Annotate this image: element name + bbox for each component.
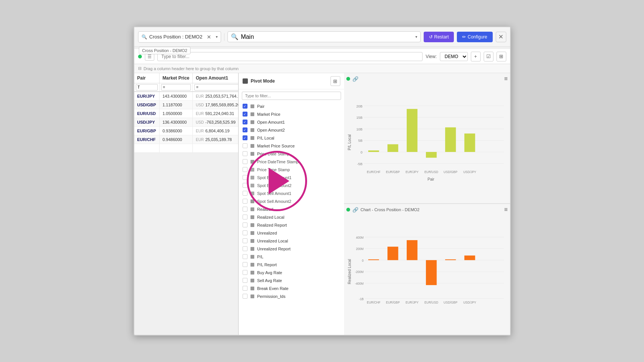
clear-title-button[interactable]: ✕ bbox=[204, 33, 214, 41]
column-item[interactable]: P/L Local bbox=[239, 134, 344, 142]
main-dropdown-button[interactable]: ▾ bbox=[415, 35, 417, 39]
col-pair[interactable]: Pair bbox=[134, 73, 160, 83]
column-item[interactable]: Open Amount2 bbox=[239, 126, 344, 134]
column-checkbox[interactable] bbox=[243, 270, 247, 275]
column-checkbox[interactable] bbox=[243, 127, 247, 132]
add-view-button[interactable]: + bbox=[471, 52, 481, 61]
column-checkbox[interactable] bbox=[243, 278, 247, 283]
right-panel: 🔗 ≡ P/L Local 20B 15B bbox=[344, 73, 510, 335]
pivot-filter-input[interactable] bbox=[242, 92, 341, 100]
header-bar: 🔍 Cross Position : DEMO2 ✕ ▾ 🔍 Main ▾ ↺ … bbox=[134, 27, 510, 47]
view-select[interactable]: DEMO bbox=[440, 52, 468, 61]
pivot-toggle[interactable] bbox=[243, 78, 248, 84]
bottom-chart-link-icon[interactable]: 🔗 bbox=[352, 207, 358, 213]
column-icon bbox=[251, 263, 254, 267]
table-wrapper[interactable]: Pair Market Price Open Amount1 Open Amou… bbox=[134, 73, 238, 335]
configure-button[interactable]: ✏ Configure bbox=[457, 32, 492, 42]
bottom-chart-section: 🔗 Chart - Cross Position - DEMO2 ≡ Reali… bbox=[344, 204, 510, 335]
svg-rect-39 bbox=[387, 247, 398, 260]
top-chart-link-icon[interactable]: 🔗 bbox=[352, 76, 358, 82]
title-search-box[interactable]: 🔍 Cross Position : DEMO2 ✕ ▾ bbox=[138, 31, 221, 43]
column-checkbox[interactable] bbox=[243, 254, 247, 259]
dropdown-arrow-button[interactable]: ▾ bbox=[216, 35, 218, 39]
column-checkbox[interactable] bbox=[243, 120, 247, 124]
column-item[interactable]: Realized Report bbox=[239, 221, 344, 229]
table-row: EUR 1,062,528,939.. bbox=[134, 144, 238, 153]
column-item[interactable]: Market Price Source bbox=[239, 142, 344, 150]
column-checkbox[interactable] bbox=[243, 104, 247, 109]
column-icon bbox=[251, 215, 254, 219]
filter-price[interactable] bbox=[159, 83, 192, 92]
column-name: Break Even Rate bbox=[257, 286, 289, 291]
column-item[interactable]: Buy Avg Rate bbox=[239, 268, 344, 276]
column-item[interactable]: Open Amount1 bbox=[239, 118, 344, 126]
column-item[interactable]: Permission_Ids bbox=[239, 292, 344, 300]
column-checkbox[interactable] bbox=[243, 286, 247, 291]
column-checkbox[interactable] bbox=[243, 159, 247, 164]
cell-market-price: 136.4300000 bbox=[159, 118, 192, 127]
svg-text:EUR/GBP: EUR/GBP bbox=[386, 170, 400, 174]
filter-input[interactable] bbox=[157, 52, 423, 61]
group-header: ⊟ Drag a column header here to group by … bbox=[134, 64, 510, 73]
column-checkbox[interactable] bbox=[243, 143, 247, 148]
table-row: USD/JPY 136.4300000 USD-763,258,525.99 J… bbox=[134, 118, 238, 127]
column-item[interactable]: Sell Avg Rate bbox=[239, 276, 344, 284]
column-checkbox[interactable] bbox=[243, 238, 247, 243]
svg-text:-5B: -5B bbox=[357, 162, 362, 166]
column-checkbox[interactable] bbox=[243, 246, 247, 251]
column-item[interactable]: P/L bbox=[239, 253, 344, 261]
close-window-button[interactable]: ✕ bbox=[496, 32, 506, 42]
column-checkbox[interactable] bbox=[243, 199, 247, 204]
column-checkbox[interactable] bbox=[243, 215, 247, 219]
bottom-chart-header: 🔗 Chart - Cross Position - DEMO2 ≡ bbox=[346, 206, 508, 213]
column-name: Market Price Source bbox=[257, 144, 295, 148]
column-checkbox[interactable] bbox=[243, 294, 247, 299]
column-icon bbox=[251, 120, 254, 124]
pivot-grid-button[interactable]: ⊞ bbox=[330, 76, 340, 86]
column-item[interactable]: Unrealized Report bbox=[239, 245, 344, 253]
column-item[interactable]: Unrealized Local bbox=[239, 237, 344, 245]
main-search-box[interactable]: 🔍 Main ▾ bbox=[227, 31, 420, 42]
svg-text:EUR/CHF: EUR/CHF bbox=[367, 170, 380, 174]
left-panel: Pair Market Price Open Amount1 Open Amou… bbox=[134, 73, 238, 335]
column-item[interactable]: P/L Report bbox=[239, 261, 344, 268]
top-chart-menu-button[interactable]: ≡ bbox=[504, 75, 507, 82]
column-checkbox[interactable] bbox=[243, 230, 247, 235]
grid-view-button[interactable]: ⊞ bbox=[496, 52, 506, 61]
cell-market-price bbox=[159, 144, 192, 153]
col-open-amount1[interactable]: Open Amount1 bbox=[193, 73, 238, 83]
column-item[interactable]: Pair bbox=[239, 102, 344, 110]
column-item[interactable]: Realized Local bbox=[239, 213, 344, 221]
close-x-icon: ✕ bbox=[498, 33, 503, 40]
checkbox-view-button[interactable]: ☑ bbox=[484, 52, 493, 61]
svg-text:-400M: -400M bbox=[355, 282, 363, 285]
column-checkbox[interactable] bbox=[243, 207, 247, 212]
column-checkbox[interactable] bbox=[243, 191, 247, 196]
play-overlay[interactable] bbox=[247, 151, 307, 211]
column-checkbox[interactable] bbox=[243, 262, 247, 267]
column-checkbox[interactable] bbox=[243, 135, 247, 140]
tooltip-label: Cross Position - DEMO2 bbox=[139, 47, 191, 54]
top-chart-svg: P/L Local 20B 15B 10B 5B 0 bbox=[346, 84, 508, 201]
column-name: Realized Local bbox=[257, 215, 284, 219]
column-checkbox[interactable] bbox=[243, 112, 247, 117]
column-icon bbox=[251, 207, 254, 211]
column-checkbox[interactable] bbox=[243, 151, 247, 156]
restart-button[interactable]: ↺ Restart bbox=[424, 32, 454, 42]
column-icon bbox=[251, 144, 254, 148]
cell-market-price: 1.0500000 bbox=[159, 109, 192, 118]
column-icon bbox=[251, 271, 254, 275]
column-icon bbox=[251, 128, 254, 132]
column-item[interactable]: Market Price bbox=[239, 110, 344, 118]
filter-pair[interactable] bbox=[134, 83, 160, 92]
column-item[interactable]: Break Even Rate bbox=[239, 284, 344, 292]
column-checkbox[interactable] bbox=[243, 222, 247, 227]
column-checkbox[interactable] bbox=[243, 167, 247, 172]
pivot-header: Pivot Mode ⊞ bbox=[239, 73, 344, 89]
column-item[interactable]: Unrealized bbox=[239, 229, 344, 237]
filter-open1[interactable] bbox=[193, 83, 238, 92]
column-name: Unrealized Local bbox=[257, 239, 288, 243]
col-market-price[interactable]: Market Price bbox=[159, 73, 192, 83]
bottom-chart-menu-button[interactable]: ≡ bbox=[504, 206, 507, 213]
svg-text:-200M: -200M bbox=[355, 270, 363, 274]
